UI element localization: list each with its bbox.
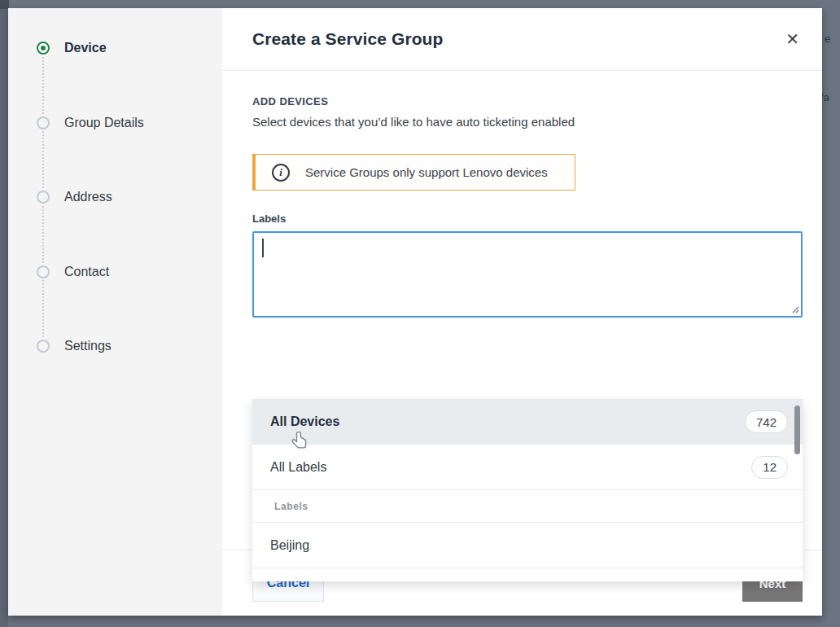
text-caret — [262, 239, 264, 257]
step-radio-icon — [37, 340, 50, 353]
step-label: Group Details — [64, 116, 144, 130]
step-radio-icon — [37, 116, 50, 129]
stepper-item-contact[interactable]: Contact — [8, 264, 109, 280]
stepper-item-device[interactable]: Device — [8, 40, 107, 56]
stepper-connector — [42, 131, 44, 188]
info-icon: i — [272, 164, 290, 182]
backdrop-left-strip — [0, 0, 8, 627]
stepper-connector — [42, 57, 44, 114]
dropdown-item-label: All Labels — [270, 460, 326, 475]
stepper-connector — [42, 280, 44, 337]
stepper-item-settings[interactable]: Settings — [8, 338, 112, 354]
section-subtitle: Select devices that you’d like to have a… — [252, 115, 822, 129]
dropdown-item-label: All Devices — [270, 414, 339, 429]
background-page-text: e — [825, 33, 830, 45]
stepper-item-group-details[interactable]: Group Details — [8, 115, 144, 131]
labels-field-wrap — [252, 231, 803, 318]
stepper-connector — [42, 206, 44, 263]
step-label: Address — [64, 190, 112, 204]
step-radio-icon — [37, 265, 50, 278]
modal-content: ADD DEVICES Select devices that you’d li… — [222, 71, 822, 550]
step-label: Device — [64, 41, 107, 55]
dropdown-section-header: Labels — [252, 490, 803, 523]
close-icon[interactable]: ✕ — [782, 28, 803, 50]
count-badge: 742 — [745, 410, 788, 433]
dropdown-item-beijing[interactable]: Beijing — [252, 523, 803, 568]
labels-dropdown: All Devices 742 All Labels 12 Labels Bei… — [252, 399, 803, 581]
count-badge: 12 — [751, 456, 788, 479]
dropdown-scrollbar[interactable] — [794, 404, 800, 583]
info-banner: i Service Groups only support Lenovo dev… — [252, 154, 575, 191]
stepper-item-address[interactable]: Address — [8, 189, 112, 205]
info-banner-text: Service Groups only support Lenovo devic… — [305, 165, 548, 179]
labels-input[interactable] — [252, 231, 803, 318]
modal-main: Create a Service Group ✕ ADD DEVICES Sel… — [222, 8, 822, 616]
scrollbar-thumb[interactable] — [794, 406, 800, 454]
resize-handle-icon[interactable] — [791, 305, 799, 314]
dropdown-partial-row — [252, 568, 803, 581]
create-service-group-modal: Device Group Details Address Contact Set… — [8, 8, 822, 616]
dropdown-item-all-labels[interactable]: All Labels 12 — [252, 445, 803, 490]
section-heading: ADD DEVICES — [252, 95, 822, 107]
step-radio-icon — [37, 191, 50, 204]
modal-title: Create a Service Group — [252, 29, 443, 49]
dropdown-item-all-devices[interactable]: All Devices 742 — [252, 399, 803, 445]
labels-field-label: Labels — [252, 213, 822, 225]
step-label: Settings — [64, 339, 112, 353]
stepper-sidebar: Device Group Details Address Contact Set… — [8, 8, 222, 616]
step-label: Contact — [64, 265, 109, 279]
step-radio-active-icon — [37, 42, 50, 55]
modal-header: Create a Service Group ✕ — [222, 8, 822, 71]
dropdown-item-label: Beijing — [270, 538, 309, 553]
